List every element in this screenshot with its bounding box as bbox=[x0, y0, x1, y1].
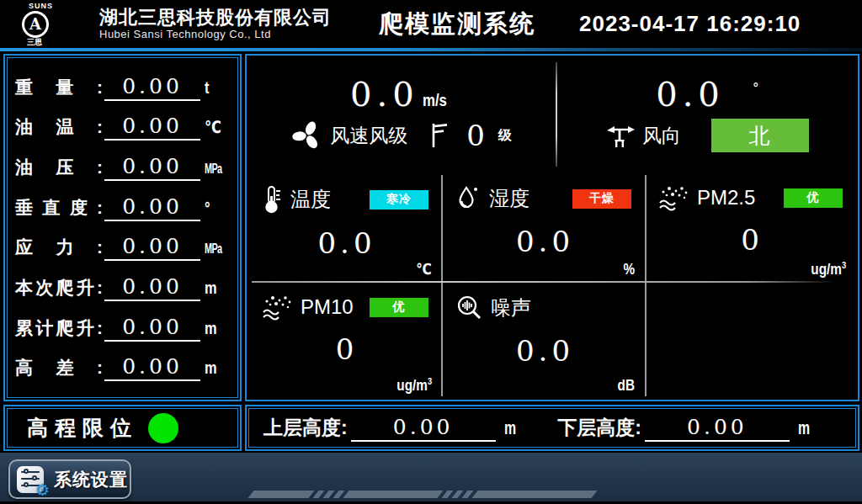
header-divider bbox=[0, 48, 862, 51]
humidity-label: 湿度 bbox=[489, 185, 529, 212]
humidity-unit: % bbox=[623, 261, 635, 279]
pm10-status-badge: 优 bbox=[370, 298, 428, 317]
metric-label: 累计爬升: bbox=[15, 316, 103, 340]
noise-cell: 噪声 0.0 dB bbox=[442, 282, 645, 398]
wind-speed-unit: m/s bbox=[423, 90, 447, 110]
metric-value: 0.00 bbox=[104, 154, 200, 181]
gear-icon: ⚙ bbox=[35, 480, 50, 499]
temperature-cell: 温度 寒冷 0.0 ℃ bbox=[248, 172, 442, 282]
metric-label: 应力: bbox=[15, 236, 103, 259]
wind-direction-block: 0.0 ° 风向 bbox=[556, 56, 858, 172]
datetime-display: 2023-04-17 16:29:10 bbox=[579, 11, 801, 37]
wind-direction-value: 0.0 bbox=[656, 75, 725, 114]
pm25-cell: PM2.5 优 0 ug/m3 bbox=[645, 172, 856, 282]
metrics-panel: 重量: 0.00 t 油温: 0.00 ℃ 油压: 0.00 MPa 垂直度: … bbox=[3, 54, 242, 401]
pm25-value: 0 bbox=[658, 223, 846, 257]
fan-icon bbox=[291, 119, 323, 151]
metric-unit: ℃ bbox=[205, 117, 226, 137]
logo-suns-text: SUNS bbox=[29, 3, 53, 10]
settings-button-label: 系统设置 bbox=[54, 468, 128, 491]
metric-unit: ° bbox=[205, 199, 226, 218]
footer-bar: ⚙ 系统设置 bbox=[0, 453, 862, 504]
pm10-unit: ug/m3 bbox=[396, 376, 432, 395]
wind-speed-value: 0.0 bbox=[350, 75, 419, 114]
screen: SUNS A 三思 湖北三思科技股份有限公司 Hubei Sansi Techn… bbox=[0, 0, 862, 504]
pm25-status-badge: 优 bbox=[784, 188, 843, 208]
wind-direction-unit: ° bbox=[753, 80, 758, 94]
temperature-value: 0.0 bbox=[262, 226, 432, 260]
metric-row-verticality: 垂直度: 0.00 ° bbox=[15, 194, 231, 221]
pm10-label: PM10 bbox=[301, 295, 354, 319]
metric-unit: MPa bbox=[205, 241, 223, 257]
header: SUNS A 三思 湖北三思科技股份有限公司 Hubei Sansi Techn… bbox=[0, 0, 862, 48]
logo-circle-icon: A bbox=[22, 11, 49, 38]
metric-row-oil-temp: 油温: 0.00 ℃ bbox=[15, 114, 231, 141]
metric-unit: m bbox=[205, 279, 226, 298]
elevation-limit-status-light bbox=[148, 413, 178, 443]
metric-value: 0.00 bbox=[104, 315, 200, 342]
metric-value: 0.00 bbox=[104, 234, 200, 261]
metric-unit: m bbox=[205, 319, 226, 338]
metric-value: 0.00 bbox=[104, 194, 200, 221]
particles-icon bbox=[658, 184, 690, 211]
system-settings-button[interactable]: ⚙ 系统设置 bbox=[8, 459, 131, 499]
metric-label: 高差: bbox=[15, 356, 103, 379]
metric-row-stress: 应力: 0.00 MPa bbox=[15, 234, 231, 261]
metric-value: 0.00 bbox=[104, 354, 200, 381]
upper-height-value: 0.00 bbox=[351, 415, 496, 442]
pm10-cell: PM10 优 0 ug/m3 bbox=[248, 282, 442, 398]
metric-row-current-climb: 本次爬升: 0.00 m bbox=[15, 274, 231, 301]
wind-direction-label: 风向 bbox=[642, 123, 681, 149]
empty-cell bbox=[645, 282, 856, 398]
noise-unit: dB bbox=[618, 377, 635, 395]
metric-unit: m bbox=[205, 358, 226, 378]
environment-panel: 0.0 m/s 风速风级 bbox=[245, 54, 859, 401]
metric-value: 0.00 bbox=[104, 74, 200, 101]
wind-level-value: 0 bbox=[466, 119, 485, 152]
noise-label: 噪声 bbox=[491, 294, 531, 321]
company-name-en: Hubei Sansi Technology Co., Ltd bbox=[99, 29, 332, 41]
env-grid: 温度 寒冷 0.0 ℃ 湿度 干燥 bbox=[248, 172, 856, 398]
pm10-value: 0 bbox=[262, 332, 432, 366]
wind-level-unit: 级 bbox=[498, 127, 512, 145]
temperature-unit: ℃ bbox=[416, 260, 432, 279]
logo-cn-text: 三思 bbox=[27, 39, 42, 46]
humidity-status-badge: 干燥 bbox=[572, 189, 631, 209]
metric-value: 0.00 bbox=[104, 114, 200, 141]
company-name: 湖北三思科技股份有限公司 Hubei Sansi Technology Co.,… bbox=[99, 7, 332, 40]
layer-heights-box: 上层高度: 0.00 m 下层高度: 0.00 m bbox=[245, 405, 859, 451]
metric-label: 重量: bbox=[15, 76, 103, 99]
pm25-unit: ug/m3 bbox=[811, 260, 846, 279]
wind-speed-block: 0.0 m/s 风速风级 bbox=[247, 56, 556, 172]
metric-row-height-diff: 高差: 0.00 m bbox=[15, 354, 231, 381]
humidity-cell: 湿度 干燥 0.0 % bbox=[442, 172, 645, 282]
company-logo: SUNS A 三思 bbox=[17, 3, 94, 46]
metric-label: 油压: bbox=[15, 156, 103, 179]
noise-meter-icon bbox=[455, 294, 484, 322]
metric-row-total-climb: 累计爬升: 0.00 m bbox=[15, 315, 231, 342]
wind-section: 0.0 m/s 风速风级 bbox=[247, 56, 858, 172]
wind-speed-label: 风速风级 bbox=[330, 123, 407, 149]
upper-height-unit: m bbox=[504, 417, 516, 439]
temperature-status-badge: 寒冷 bbox=[370, 190, 428, 210]
temperature-label: 温度 bbox=[290, 186, 331, 213]
metric-unit: MPa bbox=[205, 162, 223, 177]
upper-height-label: 上层高度: bbox=[263, 415, 348, 441]
particles-icon bbox=[262, 294, 294, 321]
humidity-value: 0.0 bbox=[455, 225, 635, 258]
footer-decoration-stripes bbox=[251, 491, 599, 498]
elevation-limit-box: 高程限位 bbox=[3, 405, 242, 451]
metric-row-weight: 重量: 0.00 t bbox=[15, 74, 231, 101]
lower-height-label: 下层高度: bbox=[557, 415, 641, 441]
elevation-limit-label: 高程限位 bbox=[27, 414, 138, 442]
lower-height-group: 下层高度: 0.00 m bbox=[557, 415, 814, 442]
wind-level-flag-icon bbox=[429, 122, 448, 149]
metric-label: 油温: bbox=[15, 115, 103, 139]
metric-row-oil-pressure: 油压: 0.00 MPa bbox=[15, 154, 231, 181]
upper-height-group: 上层高度: 0.00 m bbox=[263, 415, 520, 442]
settings-sliders-icon: ⚙ bbox=[17, 466, 44, 493]
metric-value: 0.00 bbox=[104, 274, 200, 301]
noise-value: 0.0 bbox=[455, 334, 635, 368]
pm25-label: PM2.5 bbox=[697, 186, 755, 210]
droplet-icon bbox=[455, 184, 482, 213]
